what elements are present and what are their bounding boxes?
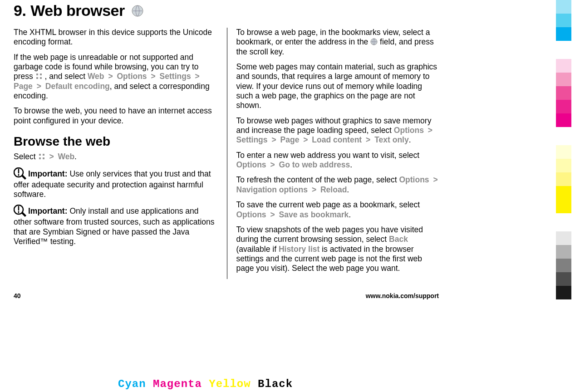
body-text: . <box>347 185 349 194</box>
color-swatch <box>556 145 571 159</box>
menu-key-icon <box>38 153 45 160</box>
support-url: www.nokia.com/support <box>366 292 439 299</box>
menu-separator: > <box>35 82 43 91</box>
menu-path-item: Text only <box>374 135 409 144</box>
menu-separator: > <box>270 135 278 144</box>
body-text: . <box>349 210 351 219</box>
body-text: To enter a new web address you want to v… <box>236 151 420 160</box>
svg-rect-6 <box>43 154 44 156</box>
svg-rect-4 <box>40 77 42 79</box>
section-heading: Browse the web <box>14 134 218 149</box>
right-column: To browse a web page, in the bookmarks v… <box>236 28 441 279</box>
paragraph: If the web page is unreadable or not sup… <box>14 53 218 101</box>
paragraph: To save the current web page as a bookma… <box>236 200 441 220</box>
important-icon <box>14 205 27 217</box>
menu-key-icon <box>35 73 43 80</box>
menu-path-item: Page <box>280 135 300 144</box>
color-swatch <box>556 159 571 172</box>
cmyk-yellow: Yellow <box>209 378 251 390</box>
menu-path-item: History list <box>279 245 319 254</box>
globe-small-icon <box>370 38 378 45</box>
color-swatch <box>556 186 571 200</box>
menu-separator: > <box>47 152 58 161</box>
cmyk-cyan: Cyan <box>118 378 146 390</box>
menu-path-item: Load content <box>312 135 362 144</box>
chapter-number: 9. <box>14 2 26 19</box>
menu-path-item: Options <box>236 160 266 169</box>
menu-path-item: Page <box>14 82 33 91</box>
body-text: To save the current web page as a bookma… <box>236 200 420 209</box>
menu-path-item: Reload <box>320 185 347 194</box>
paragraph: To enter a new web address you want to v… <box>236 151 441 170</box>
menu-path-item: Go to web address <box>279 160 350 169</box>
body-text: The XHTML browser in this device support… <box>14 28 212 46</box>
important-note: Important: Only install and use applicat… <box>14 205 218 246</box>
chapter-title: 9.Web browser <box>14 0 440 20</box>
body-text: Select <box>14 152 38 161</box>
printer-color-bars <box>556 0 571 299</box>
paragraph: To browse a web page, in the bookmarks v… <box>236 28 441 57</box>
menu-separator: > <box>364 135 372 144</box>
menu-path-item: Web <box>58 152 74 161</box>
svg-rect-1 <box>36 74 38 75</box>
color-swatch <box>556 59 571 73</box>
menu-path-item: Options <box>394 126 424 135</box>
svg-rect-3 <box>36 77 38 79</box>
menu-path-item: Save as bookmark <box>279 210 349 219</box>
menu-path-item: Options <box>399 175 429 184</box>
svg-rect-8 <box>43 157 44 159</box>
color-swatch <box>556 286 571 299</box>
menu-path-item: Options <box>117 72 147 81</box>
menu-separator: > <box>310 185 318 194</box>
important-icon <box>14 167 27 180</box>
color-swatch <box>556 14 571 27</box>
menu-separator: > <box>426 126 434 135</box>
body-text: To refresh the content of the web page, … <box>236 175 399 184</box>
paragraph: Some web pages may contain material, suc… <box>236 62 441 111</box>
menu-separator: > <box>431 175 439 184</box>
body-text: . <box>74 152 77 161</box>
color-swatch <box>556 73 571 86</box>
color-swatch <box>556 172 571 186</box>
color-swatch <box>556 200 571 213</box>
color-swatch <box>556 272 571 286</box>
chapter-title-text: Web browser <box>30 2 124 19</box>
cmyk-black: Black <box>258 378 293 390</box>
menu-path-item: Settings <box>236 135 268 144</box>
left-column: The XHTML browser in this device support… <box>14 28 227 279</box>
menu-separator: > <box>149 72 157 81</box>
paragraph: To browse web pages without graphics to … <box>236 116 441 145</box>
body-text: To browse the web, you need to have an i… <box>14 106 212 125</box>
color-swatch <box>556 259 571 272</box>
paragraph: The XHTML browser in this device support… <box>14 28 218 47</box>
body-text: . <box>409 135 411 144</box>
color-swatch <box>556 245 571 259</box>
body-text: , and select <box>43 72 88 81</box>
svg-rect-2 <box>40 74 42 75</box>
menu-separator: > <box>268 210 276 219</box>
paragraph: To browse the web, you need to have an i… <box>14 106 218 126</box>
body-text: (available if <box>236 245 279 254</box>
menu-path-item: Web <box>88 72 104 81</box>
body-text: . <box>350 160 352 169</box>
svg-rect-7 <box>39 157 41 159</box>
menu-separator: > <box>193 72 201 81</box>
menu-separator: > <box>106 72 114 81</box>
menu-separator: > <box>268 160 276 169</box>
page-number: 40 <box>14 292 21 299</box>
important-note: Important: Use only services that you tr… <box>14 167 218 200</box>
menu-path-item: Navigation options <box>236 185 308 194</box>
menu-path-item: Back <box>389 235 408 244</box>
globe-icon <box>132 3 143 15</box>
important-label: Important: <box>28 169 68 178</box>
body-text: , and select a corresponding encoding. <box>14 82 210 100</box>
body-text: Some web pages may contain material, suc… <box>236 62 437 110</box>
paragraph: To refresh the content of the web page, … <box>236 175 441 195</box>
menu-path-item: Default encoding <box>45 82 110 91</box>
color-swatch <box>556 86 571 100</box>
important-label: Important: <box>28 206 68 216</box>
color-swatch <box>556 100 571 113</box>
svg-rect-5 <box>39 154 41 156</box>
paragraph: To view snapshots of the web pages you h… <box>236 225 441 274</box>
menu-path-item: Settings <box>160 72 191 81</box>
